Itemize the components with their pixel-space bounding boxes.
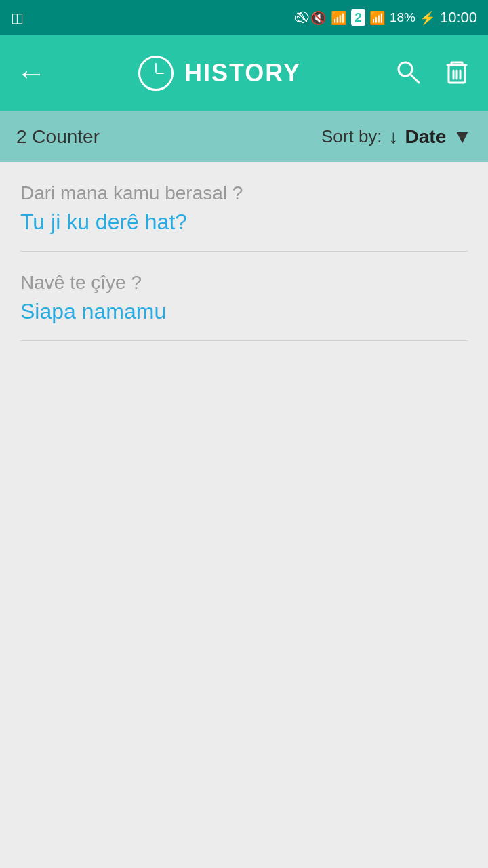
list-item-translation: Tu ji ku derê hat? <box>20 210 468 235</box>
sort-section[interactable]: Sort by: ↓ Date ▼ <box>321 126 472 148</box>
time-display: 10:00 <box>440 9 477 26</box>
sort-direction-icon: ↓ <box>389 126 399 148</box>
sub-header: 2 Counter Sort by: ↓ Date ▼ <box>0 111 488 162</box>
history-clock-icon <box>138 56 174 91</box>
status-bar: ◫ ⏲⃠ 🔇 📶 2 📶 18% ⚡ 10:00 <box>0 0 488 35</box>
counter-text: 2 Counter <box>16 126 321 148</box>
mute-icon: 🔇 <box>310 10 327 26</box>
sort-dropdown-icon[interactable]: ▼ <box>453 126 472 148</box>
wifi-icon: 📶 <box>331 10 347 26</box>
list-divider <box>20 340 468 341</box>
image-icon: ◫ <box>11 9 24 26</box>
bluetooth-mute-icon: ⏲⃠ <box>293 10 306 25</box>
search-icon <box>393 57 423 87</box>
status-bar-right: ⏲⃠ 🔇 📶 2 📶 18% ⚡ 10:00 <box>293 9 477 26</box>
delete-button[interactable] <box>442 57 472 90</box>
list-item[interactable]: Navê te çîye ? Siapa namamu <box>0 252 488 340</box>
search-button[interactable] <box>393 57 423 90</box>
sim2-icon: 2 <box>351 9 365 26</box>
list-item-source: Navê te çîye ? <box>20 272 468 294</box>
sort-value: Date <box>405 126 447 148</box>
svg-line-1 <box>411 75 419 83</box>
signal-icon: 📶 <box>369 10 386 26</box>
app-bar-title-section: HISTORY <box>60 56 380 91</box>
battery-label: 18% <box>390 10 415 25</box>
list-item[interactable]: Dari mana kamu berasal ? Tu ji ku derê h… <box>0 162 488 251</box>
app-bar: ← HISTORY <box>0 35 488 111</box>
battery-icon: ⚡ <box>420 10 436 26</box>
trash-icon <box>442 57 472 87</box>
list-item-translation: Siapa namamu <box>20 299 468 324</box>
list-area: Dari mana kamu berasal ? Tu ji ku derê h… <box>0 162 488 868</box>
app-bar-actions <box>393 57 472 90</box>
list-item-source: Dari mana kamu berasal ? <box>20 182 468 204</box>
status-bar-left: ◫ <box>11 9 24 26</box>
sort-label: Sort by: <box>321 126 382 147</box>
back-button[interactable]: ← <box>16 58 46 88</box>
app-bar-title: HISTORY <box>184 59 301 87</box>
